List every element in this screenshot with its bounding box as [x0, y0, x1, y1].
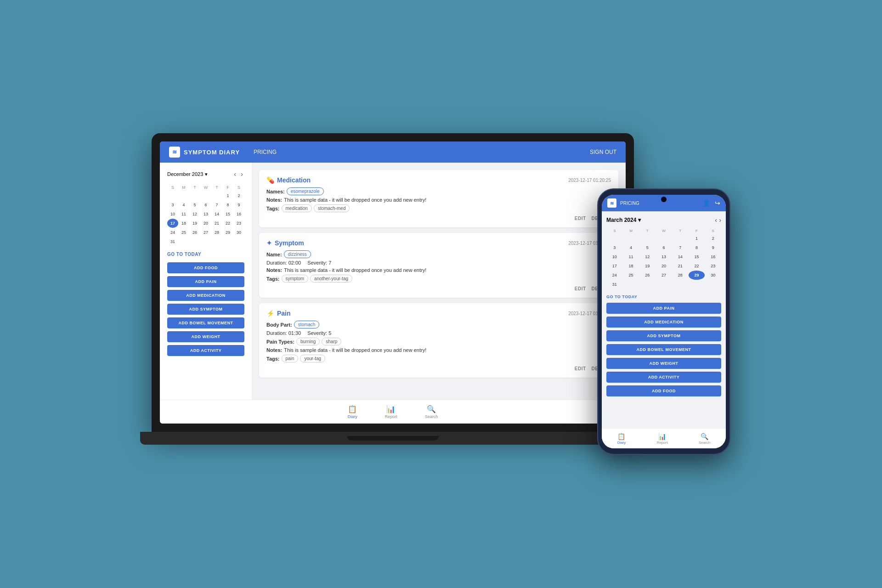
add-symptom-button[interactable]: ADD SYMPTOM — [167, 304, 244, 315]
calendar-header: December 2023 ▾ ‹ › — [167, 170, 244, 178]
add-pain-button[interactable]: ADD PAIN — [167, 276, 244, 287]
phone-main: March 2024 ▾ ‹ › S M T W — [602, 211, 726, 428]
medication-title: Medication — [277, 176, 311, 184]
phone-tab-search[interactable]: 🔍 Search — [699, 433, 710, 445]
phone-logo-icon: ≋ — [607, 198, 616, 208]
add-food-button[interactable]: ADD FOOD — [167, 262, 244, 273]
phone-add-weight-button[interactable]: ADD WEIGHT — [606, 358, 721, 369]
pain-severity-label: Severity: 5 — [307, 330, 331, 336]
phone-add-food-button[interactable]: ADD FOOD — [606, 385, 721, 396]
phone-tab-report[interactable]: 📊 Report — [657, 433, 668, 445]
medication-tag-2: stomach-med — [314, 204, 350, 212]
phone-cal-next[interactable]: › — [719, 216, 721, 224]
phone-pricing-link[interactable]: PRICING — [620, 201, 639, 206]
cal-prev[interactable]: ‹ — [232, 170, 237, 178]
diary-tab-label: Diary — [348, 414, 357, 419]
phone-tab-diary[interactable]: 📋 Diary — [617, 433, 626, 445]
symptom-name-chip: dizziness — [284, 250, 311, 258]
laptop-body: ≋ SYMPTOM DIARY PRICING SIGN OUT Decembe… — [152, 133, 634, 432]
symptom-edit-button[interactable]: EDIT — [575, 286, 586, 291]
pain-duration-label: Duration: 01:30 — [266, 330, 301, 336]
pain-icon: ⚡ — [266, 310, 274, 317]
phone-search-icon: 🔍 — [701, 433, 708, 440]
pain-notes: This is sample data - it will be dropped… — [284, 347, 426, 353]
calendar-days-header: S M T W T F S — [167, 184, 244, 191]
medication-icon: 💊 — [266, 176, 274, 184]
add-weight-button[interactable]: ADD WEIGHT — [167, 331, 244, 342]
phone-go-today-link[interactable]: GO TO TODAY — [606, 294, 721, 299]
phone-add-medication-button[interactable]: ADD MEDICATION — [606, 317, 721, 328]
symptom-title: Symptom — [275, 239, 304, 247]
nav-bar: ≋ SYMPTOM DIARY PRICING SIGN OUT — [160, 141, 626, 163]
tab-diary[interactable]: 📋 Diary — [348, 405, 357, 419]
pain-type-sharp: sharp — [322, 338, 341, 345]
medication-edit-button[interactable]: EDIT — [575, 216, 586, 221]
phone-screen: ≋ PRICING 👤 ↪ March 2024 ▾ — [602, 195, 726, 448]
pricing-link[interactable]: PRICING — [254, 149, 277, 155]
add-bowel-movement-button[interactable]: ADD BOWEL MOVEMENT — [167, 317, 244, 328]
diary-tab-icon: 📋 — [348, 405, 357, 413]
phone-diary-label: Diary — [617, 441, 626, 445]
symptom-tag-1: symptom — [282, 275, 309, 283]
pain-tag-1: pain — [282, 355, 299, 362]
calendar-month: December 2023 ▾ — [167, 171, 208, 177]
symptom-icon: ✦ — [266, 239, 272, 247]
laptop-base — [140, 432, 645, 445]
phone-search-label: Search — [699, 441, 710, 445]
tab-search[interactable]: 🔍 Search — [425, 405, 438, 419]
add-activity-button[interactable]: ADD ACTIVITY — [167, 345, 244, 356]
phone-calendar-month: March 2024 — [606, 217, 636, 223]
symptom-severity-label: Severity: 7 — [307, 260, 331, 266]
pain-title: Pain — [277, 310, 291, 317]
bottom-tabs: 📋 Diary 📊 Report 🔍 Search — [160, 400, 626, 424]
phone-cal-prev[interactable]: ‹ — [715, 216, 717, 224]
phone-add-symptom-button[interactable]: ADD SYMPTOM — [606, 330, 721, 341]
report-tab-icon: 📊 — [386, 405, 396, 413]
calendar-grid: S M T W T F S — [167, 184, 244, 246]
phone-calendar-grid: S M T W T F S — [606, 228, 721, 289]
medication-name-chip: esomeprazole — [287, 187, 324, 195]
medication-entry: 💊 Medication 2023-12-17 01:20:25 Names: … — [259, 170, 618, 227]
report-tab-label: Report — [385, 414, 397, 419]
phone-calendar-header: March 2024 ▾ ‹ › — [606, 216, 721, 224]
phone-device: ≋ PRICING 👤 ↪ March 2024 ▾ — [597, 188, 730, 455]
sidebar: December 2023 ▾ ‹ › S M — [160, 163, 252, 400]
medication-timestamp: 2023-12-17 01:20:25 — [568, 178, 611, 183]
phone-profile-icon[interactable]: 👤 — [702, 199, 710, 207]
symptom-duration-label: Duration: 02:00 — [266, 260, 301, 266]
signout-button[interactable]: SIGN OUT — [590, 149, 616, 155]
phone-add-bowel-movement-button[interactable]: ADD BOWEL MOVEMENT — [606, 344, 721, 355]
pain-type-burning: burning — [296, 338, 320, 345]
pain-tag-2: your-tag — [300, 355, 325, 362]
symptom-notes: This is sample data - it will be dropped… — [284, 267, 426, 273]
symptom-entry: ✦ Symptom 2023-12-17 01:20:25 Name: dizz… — [259, 233, 618, 298]
phone-body: ≋ PRICING 👤 ↪ March 2024 ▾ — [597, 188, 730, 455]
laptop-notch — [347, 436, 439, 441]
pain-entry: ⚡ Pain 2023-12-17 01:20:25 Body Part: st… — [259, 303, 618, 378]
diary-panel: 💊 Medication 2023-12-17 01:20:25 Names: … — [252, 163, 626, 400]
medication-notes: This is sample data - it will be dropped… — [284, 197, 426, 203]
phone-signout-icon[interactable]: ↪ — [715, 199, 720, 207]
phone-add-activity-button[interactable]: ADD ACTIVITY — [606, 372, 721, 383]
phone-add-pain-button[interactable]: ADD PAIN — [606, 303, 721, 314]
phone-report-label: Report — [657, 441, 668, 445]
logo-icon: ≋ — [169, 147, 180, 158]
phone-bottom-tabs: 📋 Diary 📊 Report 🔍 Search — [602, 428, 726, 448]
symptom-tag-2: another-your-tag — [310, 275, 352, 283]
pain-edit-button[interactable]: EDIT — [575, 366, 586, 371]
medication-tag-1: medication — [282, 204, 312, 212]
cal-next[interactable]: › — [239, 170, 244, 178]
add-medication-button[interactable]: ADD MEDICATION — [167, 290, 244, 301]
main-content: December 2023 ▾ ‹ › S M — [160, 163, 626, 400]
app-title: SYMPTOM DIARY — [184, 149, 240, 156]
phone-diary-icon: 📋 — [617, 433, 625, 440]
app-logo: ≋ SYMPTOM DIARY — [169, 147, 240, 158]
search-tab-icon: 🔍 — [427, 405, 436, 413]
phone-report-icon: 📊 — [658, 433, 666, 440]
search-tab-label: Search — [425, 414, 438, 419]
go-today-link[interactable]: GO TO TODAY — [167, 252, 244, 257]
pain-body-part-chip: stomach — [294, 321, 320, 328]
tab-report[interactable]: 📊 Report — [385, 405, 397, 419]
laptop-screen: ≋ SYMPTOM DIARY PRICING SIGN OUT Decembe… — [160, 141, 626, 424]
phone-camera — [661, 197, 667, 202]
